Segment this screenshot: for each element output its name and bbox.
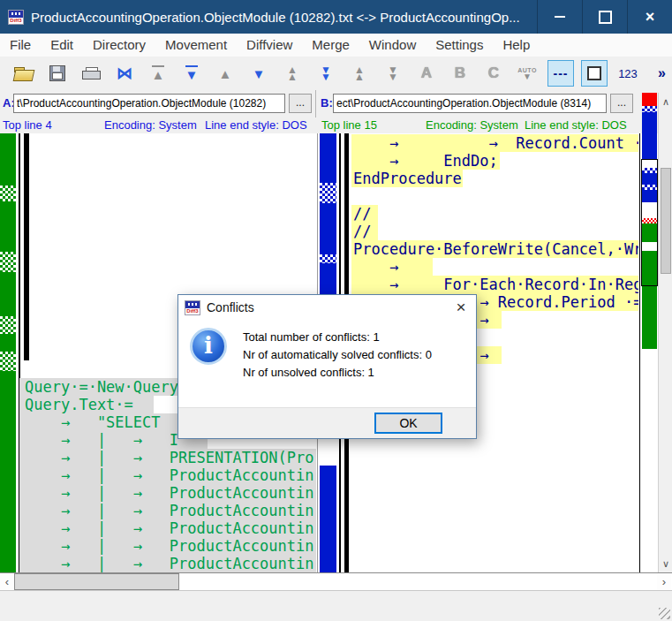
dialog-message-line: Total number of conflicts: 1 bbox=[243, 329, 432, 346]
letter-a-icon: A bbox=[421, 64, 432, 82]
pane-a-encoding: Encoding: System bbox=[104, 118, 197, 132]
code-line[interactable]: → EndDo; bbox=[351, 152, 638, 170]
code-line[interactable]: Procedure·BeforeWrite(Cancel,·Wr bbox=[351, 240, 638, 258]
menu-item-diffview[interactable]: Diffview bbox=[237, 34, 302, 57]
pane-b-line-end: Line end style: DOS bbox=[525, 118, 627, 132]
close-icon: × bbox=[646, 9, 655, 25]
dialog-message-line: Nr of automatically solved conflicts: 0 bbox=[243, 346, 432, 364]
show-whitespace-diff-button[interactable]: --- bbox=[547, 60, 574, 87]
code-text: → | → ProductAccountin bbox=[25, 555, 314, 572]
scroll-up-button[interactable]: ∧ bbox=[659, 93, 672, 110]
code-line[interactable]: → | → PRESENTATION(Pro bbox=[19, 449, 316, 466]
code-line[interactable]: → | → ProductAccountin bbox=[19, 537, 316, 555]
print-button[interactable] bbox=[78, 60, 104, 87]
open-button[interactable] bbox=[11, 60, 37, 87]
scroll-down-button[interactable]: ∨ bbox=[659, 555, 672, 572]
menu-item-merge[interactable]: Merge bbox=[302, 34, 359, 57]
code-line[interactable] bbox=[351, 187, 638, 205]
minimize-icon bbox=[555, 16, 565, 18]
menu-item-directory[interactable]: Directory bbox=[83, 34, 155, 57]
select-line-b-button[interactable]: B bbox=[447, 60, 473, 87]
go-current-delta-button[interactable]: ⋈ bbox=[111, 60, 138, 87]
pane-a-path-input[interactable]: t\ProductAccountingOperation.ObjectModul… bbox=[13, 94, 285, 113]
code-text: Query.Text·= bbox=[25, 396, 133, 413]
diff-segment bbox=[642, 190, 657, 202]
menu-item-edit[interactable]: Edit bbox=[41, 34, 83, 57]
pane-b-path-input[interactable]: ect\ProductAccountingOperation.ObjectMod… bbox=[333, 94, 607, 113]
code-text: → bbox=[353, 258, 398, 276]
go-prev-unsolved-conflict-button[interactable]: ▲▲ bbox=[346, 60, 373, 87]
minimize-button[interactable] bbox=[537, 0, 582, 34]
code-line[interactable]: // bbox=[351, 205, 638, 223]
vertical-scrollbar[interactable]: ∧ ∨ bbox=[658, 93, 672, 572]
menu-item-window[interactable]: Window bbox=[359, 34, 426, 57]
triangle-up-line-icon: ▲ bbox=[152, 65, 165, 81]
resize-grip[interactable] bbox=[659, 608, 670, 619]
menu-item-help[interactable]: Help bbox=[493, 34, 540, 57]
auto-arrow-icon: AUTO▼ bbox=[517, 67, 537, 80]
scroll-right-button[interactable]: › bbox=[657, 573, 671, 590]
close-button[interactable]: × bbox=[627, 0, 672, 34]
menu-item-settings[interactable]: Settings bbox=[426, 34, 493, 57]
code-line[interactable]: → | → ProductAccountin bbox=[19, 466, 316, 484]
diff-segment bbox=[642, 251, 657, 349]
code-line[interactable]: → bbox=[351, 258, 638, 276]
pane-b-browse-button[interactable]: ... bbox=[610, 94, 633, 113]
select-line-a-button[interactable]: A bbox=[413, 60, 440, 87]
code-line[interactable]: → | → ProductAccountin bbox=[19, 484, 316, 502]
pane-info-row: Top line 4 Encoding: System Line end sty… bbox=[0, 117, 672, 134]
code-line[interactable]: → For·Each·Record·In·Regis bbox=[351, 276, 638, 293]
code-text: → | → ProductAccountin bbox=[25, 519, 314, 537]
dialog-title-bar[interactable]: Diff3 Conflicts × bbox=[178, 295, 476, 320]
code-text: // bbox=[353, 223, 371, 240]
code-text: → "SELECT bbox=[25, 413, 161, 431]
printer-icon bbox=[82, 67, 100, 80]
code-line[interactable]: // bbox=[351, 223, 638, 240]
vertical-scroll-thumb[interactable] bbox=[661, 168, 671, 274]
save-button[interactable] bbox=[44, 60, 71, 87]
show-whitespace-chars-button[interactable] bbox=[581, 60, 608, 87]
pane-b-encoding: Encoding: System bbox=[426, 118, 518, 132]
menu-item-file[interactable]: File bbox=[0, 34, 41, 57]
scroll-left-button[interactable]: ‹ bbox=[0, 573, 14, 590]
diff-segment bbox=[320, 183, 336, 203]
go-next-unsolved-conflict-button[interactable]: ▼▼ bbox=[380, 60, 406, 87]
conflicts-dialog: Diff3 Conflicts × i Total number of conf… bbox=[177, 294, 477, 439]
go-first-delta-button[interactable]: ▲ bbox=[145, 60, 171, 87]
go-prev-delta-button[interactable]: ▲ bbox=[212, 60, 238, 87]
diff-segment bbox=[0, 371, 16, 572]
go-next-delta-button[interactable]: ▼ bbox=[245, 60, 272, 87]
go-last-delta-button[interactable]: ▼ bbox=[178, 60, 205, 87]
code-line[interactable]: EndProcedure bbox=[351, 170, 638, 187]
show-line-numbers-button[interactable]: 123 bbox=[615, 60, 641, 87]
go-prev-conflict-button[interactable]: ▲▲ bbox=[279, 60, 306, 87]
diff-segment bbox=[0, 201, 16, 252]
diff-segment bbox=[0, 133, 16, 186]
toolbar-overflow-button[interactable]: » bbox=[645, 60, 671, 87]
pane-a-browse-button[interactable]: ... bbox=[289, 94, 312, 113]
file-path-row: A: t\ProductAccountingOperation.ObjectMo… bbox=[0, 90, 672, 117]
double-triangle-down-icon: ▼▼ bbox=[388, 66, 398, 80]
diff-overview-column[interactable] bbox=[642, 93, 657, 572]
code-line[interactable]: → | → ProductAccountin bbox=[19, 519, 316, 537]
code-text: // bbox=[353, 205, 371, 223]
dialog-message-line: Nr of unsolved conflicts: 1 bbox=[243, 364, 432, 382]
horizontal-scrollbar[interactable]: ‹ › bbox=[0, 572, 672, 591]
diff-segment bbox=[0, 334, 16, 352]
diff-segment bbox=[320, 466, 336, 572]
dialog-footer: OK bbox=[178, 407, 476, 438]
diff-segment bbox=[642, 349, 657, 572]
overview-separator-line bbox=[639, 133, 640, 572]
menu-item-movement[interactable]: Movement bbox=[155, 34, 237, 57]
horizontal-scroll-thumb[interactable] bbox=[14, 573, 179, 590]
ok-button[interactable]: OK bbox=[374, 413, 442, 434]
code-line[interactable]: → | → ProductAccountin bbox=[19, 555, 316, 572]
auto-advance-button[interactable]: AUTO▼ bbox=[514, 60, 540, 87]
code-line[interactable]: → → Record.Count ·=· I bbox=[351, 134, 638, 152]
go-next-conflict-button[interactable]: ▼▼ bbox=[313, 60, 339, 87]
dialog-close-button[interactable]: × bbox=[446, 295, 476, 320]
diff-segment bbox=[0, 352, 16, 371]
select-line-c-button[interactable]: C bbox=[480, 60, 507, 87]
maximize-button[interactable] bbox=[582, 0, 627, 34]
code-line[interactable]: → | → ProductAccountin bbox=[19, 502, 316, 519]
